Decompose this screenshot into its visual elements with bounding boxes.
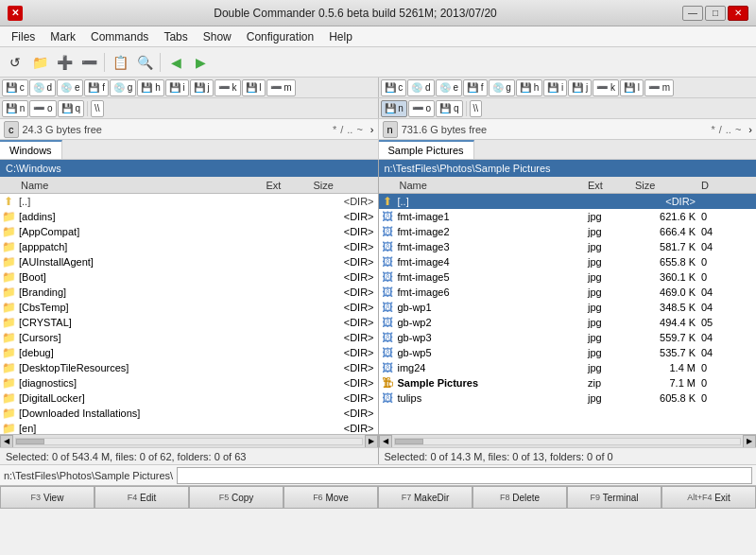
left-drive-e[interactable]: 💿 e [57,79,83,96]
right-file-row[interactable]: 🖼fmt-image4jpg655.8 K0 [379,254,757,269]
menu-show[interactable]: Show [196,28,239,45]
menu-help[interactable]: Help [321,28,360,45]
right-drive-m[interactable]: ➖ m [644,79,674,96]
left-file-row[interactable]: 📁[diagnostics]<DIR> [0,375,378,390]
left-drive-i[interactable]: 💾 i [165,79,189,96]
menu-commands[interactable]: Commands [83,28,156,45]
left-drive-k[interactable]: ➖ k [215,79,241,96]
right-file-row[interactable]: 🖼fmt-image2jpg666.4 K04 [379,224,757,239]
menu-configuration[interactable]: Configuration [239,28,321,45]
minimize-button[interactable]: — [682,6,703,21]
left-file-row[interactable]: 📁[DigitalLocker]<DIR> [0,390,378,406]
left-drive-f[interactable]: 💾 f [84,79,109,96]
menu-files[interactable]: Files [4,28,43,45]
left-hscroll-thumb[interactable] [16,439,44,444]
left-drive-c[interactable]: 💾 c [2,79,28,96]
right-hscroll-thumb[interactable] [395,439,423,444]
right-drive-k[interactable]: ➖ k [593,79,619,96]
right-drive-f[interactable]: 💾 f [463,79,488,96]
right-drive-o2[interactable]: ➖ o [408,100,435,117]
close-button[interactable]: ✕ [728,6,748,21]
toolbar-folder[interactable]: 📁 [28,51,51,74]
fkey-f5[interactable]: F5 Copy [189,486,284,509]
fkey-f7[interactable]: F7 MakeDir [378,486,472,509]
right-col-date[interactable]: D [699,180,756,191]
left-col-name[interactable]: Name [17,180,265,191]
right-drive-i[interactable]: 💾 i [543,79,567,96]
left-file-row[interactable]: 📁[apppatch]<DIR> [0,239,378,254]
right-drive-e[interactable]: 💿 e [436,79,462,96]
left-drive-g[interactable]: 💿 g [110,79,136,96]
left-nav-arrow[interactable]: › [370,124,374,135]
toolbar-search[interactable]: 🔍 [133,51,156,74]
right-file-row[interactable]: 🖼gb-wp2jpg494.4 K05 [379,315,757,330]
toolbar-add[interactable]: ➕ [53,51,76,74]
left-col-size[interactable]: Size [312,180,378,191]
left-hscroll-track[interactable] [15,438,363,445]
right-tab-sample-pictures[interactable]: Sample Pictures [379,140,474,159]
left-file-row[interactable]: 📁[debug]<DIR> [0,345,378,360]
right-drive-n2[interactable]: 💾 n [381,100,407,117]
left-file-row[interactable]: ⬆[..]<DIR> [0,194,378,209]
right-hscroll-left[interactable]: ◀ [379,435,392,448]
fkey-f9[interactable]: F9 Terminal [567,486,662,509]
right-file-row[interactable]: 🖼gb-wp3jpg559.7 K04 [379,330,757,345]
right-drive-h[interactable]: 💾 h [516,79,542,96]
right-file-row[interactable]: 🖼fmt-image3jpg581.7 K04 [379,239,757,254]
left-file-row[interactable]: 📁[Cursors]<DIR> [0,330,378,345]
toolbar-nav-left[interactable]: ◀ [164,51,187,74]
right-hscroll-track[interactable] [394,438,742,445]
left-drive-h[interactable]: 💾 h [137,79,163,96]
left-file-row[interactable]: 📁[DesktopTileResources]<DIR> [0,360,378,375]
left-drive-n[interactable]: 💾 n [2,100,28,117]
right-file-row[interactable]: 🗜Sample Pictureszip7.1 M0 [379,375,757,390]
left-drive-q[interactable]: 💾 q [58,100,84,117]
fkey-f6[interactable]: F6 Move [284,486,378,509]
left-file-row[interactable]: 📁[Branding]<DIR> [0,285,378,300]
menu-mark[interactable]: Mark [43,28,83,45]
left-hscroll-left[interactable]: ◀ [0,435,13,448]
left-hscroll-right[interactable]: ▶ [365,435,378,448]
right-drive-d[interactable]: 💿 d [407,79,434,96]
left-file-row[interactable]: 📁[Downloaded Installations]<DIR> [0,406,378,421]
maximize-button[interactable]: □ [705,6,726,21]
left-drive-o[interactable]: ➖ o [29,100,56,117]
right-drive-q2[interactable]: 💾 q [436,100,462,117]
right-col-size[interactable]: Size [633,180,699,191]
toolbar-nav-right[interactable]: ▶ [189,51,212,74]
right-drive-unc2[interactable]: \\ [470,100,483,117]
right-file-row[interactable]: 🖼fmt-image6jpg469.0 K04 [379,285,757,300]
fkey-f3[interactable]: F3 View [0,486,94,509]
right-file-row[interactable]: 🖼gb-wp1jpg348.5 K04 [379,300,757,315]
left-file-row[interactable]: 📁[en]<DIR> [0,421,378,434]
left-file-row[interactable]: 📁[Boot]<DIR> [0,269,378,285]
fkey-altf4[interactable]: Alt+F4 Exit [662,486,756,509]
toolbar-refresh[interactable]: ↺ [4,51,26,74]
left-drive-d[interactable]: 💿 d [29,79,56,96]
left-file-row[interactable]: 📁[CbsTemp]<DIR> [0,300,378,315]
left-drive-unc[interactable]: \\ [91,100,104,117]
left-tab-windows[interactable]: Windows [0,140,62,159]
left-file-row[interactable]: 📁[CRYSTAL]<DIR> [0,315,378,330]
left-file-row[interactable]: 📁[addins]<DIR> [0,209,378,224]
right-drive-g[interactable]: 💿 g [489,79,515,96]
left-drive-j[interactable]: 💾 j [190,79,214,96]
left-file-row[interactable]: 📁[AppCompat]<DIR> [0,224,378,239]
right-file-row[interactable]: 🖼img24jpg1.4 M0 [379,360,757,375]
fkey-f8[interactable]: F8 Delete [472,486,567,509]
right-col-name[interactable]: Name [396,180,587,191]
menu-tabs[interactable]: Tabs [156,28,195,45]
left-file-row[interactable]: 📁[AUInstallAgent]<DIR> [0,254,378,269]
right-file-row[interactable]: 🖼gb-wp5jpg535.7 K04 [379,345,757,360]
right-file-row[interactable]: 🖼fmt-image5jpg360.1 K0 [379,269,757,285]
right-nav-arrow[interactable]: › [748,124,752,135]
left-col-ext[interactable]: Ext [265,180,312,191]
bottom-path-input[interactable] [177,467,752,484]
right-file-row[interactable]: 🖼fmt-image1jpg621.6 K0 [379,209,757,224]
fkey-f4[interactable]: F4 Edit [94,486,189,509]
toolbar-copy-path[interactable]: 📋 [109,51,131,74]
right-drive-c[interactable]: 💾 c [381,79,407,96]
left-drive-l[interactable]: 💾 l [242,79,266,96]
right-file-row[interactable]: 🖼tulipsjpg605.8 K0 [379,390,757,406]
toolbar-remove[interactable]: ➖ [77,51,100,74]
